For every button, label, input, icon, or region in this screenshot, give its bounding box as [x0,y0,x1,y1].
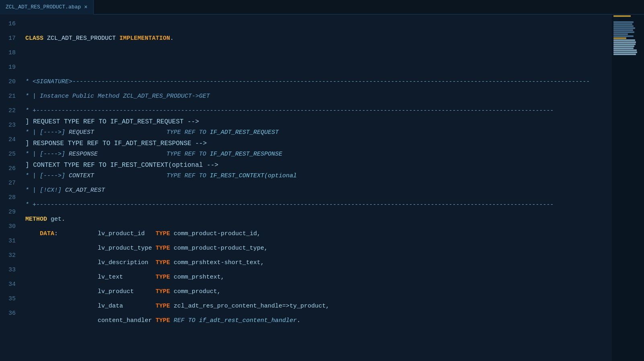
token-type-33: TYPE [156,285,174,299]
token-cx-param: CX_ADT_REST [65,183,105,198]
tab-close-icon[interactable]: × [84,4,87,10]
line-num-19: 19 [0,60,16,75]
token-type-name-34: zcl_adt_res_pro_content_handle=>ty_produ… [174,299,329,314]
line-num-25: 25 [0,147,16,162]
mini-line-13 [613,39,635,41]
token-response-comment: * | [---->] [25,147,69,162]
token-type-ref-3: TYPE REF TO [166,169,210,183]
token-plus-line-2: * +-------------------------------------… [25,198,554,212]
token-indent-31 [25,256,98,270]
token-indent-29 [25,227,40,241]
token-type-name-33: comm_product, [174,285,221,299]
token-class: CLASS [25,31,47,46]
token-method-dot: . [62,212,65,227]
line-num-16: 16 [0,17,16,31]
code-line-28: METHOD get. [25,212,612,227]
line-num-32: 32 [0,248,16,263]
token-type-name-32: comm_prshtext, [174,270,224,285]
mini-line-11 [613,35,634,37]
mini-line-6 [613,25,634,27]
code-line-31: lv_description TYPE comm_prshtext-short_… [25,256,612,270]
token-if-response: IF_ADT_REST_RESPONSE [210,147,282,162]
mini-line-18 [613,49,637,51]
token-type-name-30: comm_product-product_type, [174,241,268,256]
minimap-content [612,14,644,56]
token-if-context: IF_REST_CONTEXT(optional [210,169,297,183]
line-num-24: 24 [0,133,16,147]
mini-line-20 [613,53,636,55]
line-num-36: 36 [0,306,16,321]
code-line-16 [25,17,612,31]
mini-line-7 [613,27,635,29]
code-line-33: lv_product TYPE comm_product, [25,285,612,299]
token-request-comment: * | [---->] [25,125,69,140]
code-line-23: * | [---->] REQUEST TYPE REF TO IF_ADT_R… [25,125,612,140]
mini-line-14 [613,41,636,43]
code-line-21: * | Instance Public Method ZCL_ADT_RES_P… [25,89,612,104]
line-num-31: 31 [0,234,16,248]
line-num-33: 33 [0,263,16,277]
token-indent-33 [25,285,98,299]
token-type-ref-2: TYPE REF TO [166,147,210,162]
token-lv-description: lv_description [98,256,156,270]
mini-line-10 [613,33,628,35]
token-content-handler: content_handler [98,314,156,328]
code-line-27: * +-------------------------------------… [25,198,612,212]
code-line-24: * | [---->] RESPONSE TYPE REF TO IF_ADT_… [25,147,612,162]
token-if-request: IF_ADT_REST_REQUEST [210,125,279,140]
token-type-35: TYPE [156,314,174,328]
line-numbers: 16 17 18 19 20 21 22 23 24 25 26 27 28 2… [0,14,22,361]
line-num-29: 29 [0,205,16,219]
editor-tab[interactable]: ZCL_ADT_RES_PRODUCT.abap × [0,0,94,14]
token-lv-data: lv_data [98,299,156,314]
line-num-20: 20 [0,75,16,89]
token-type-name-31: comm_prshtext-short_text, [174,256,264,270]
line-num-17: 17 [0,31,16,46]
code-container: 16 17 18 19 20 21 22 23 24 25 26 27 28 2… [0,14,644,361]
code-line-26: * | [!CX!] CX_ADT_REST [25,183,612,198]
token-indent-30 [25,241,98,256]
token-dot: . [170,31,174,46]
token-type-30: TYPE [156,241,174,256]
token-type-31: TYPE [156,256,174,270]
token-plus-line: * +-------------------------------------… [25,104,554,118]
token-response-spaces [98,147,166,162]
mini-line-8 [613,29,633,31]
code-line-18 [25,46,612,60]
code-line-34: lv_data TYPE zcl_adt_res_pro_content_han… [25,299,612,314]
token-lv-product-type: lv_product_type [98,241,156,256]
tab-filename: ZCL_ADT_RES_PRODUCT.abap [6,4,81,10]
line-num-21: 21 [0,89,16,104]
token-instance-comment: * | Instance Public Method ZCL_ADT_RES_P… [25,89,210,104]
token-method-kw: METHOD [25,212,51,227]
code-line-20: * <SIGNATURE>---------------------------… [25,75,612,89]
line-num-23: 23 [0,118,16,133]
token-response-param: RESPONSE [69,147,98,162]
mini-line-17 [613,47,634,49]
token-if-content-handler: if_adt_rest_content_handler [199,314,297,328]
token-type-name-29: comm_product-product_id, [174,227,260,241]
token-data-kw: DATA [40,227,54,241]
token-type-29: TYPE [156,227,174,241]
token-indent-32 [25,270,98,285]
code-line-30: lv_product_type TYPE comm_product-produc… [25,241,612,256]
line-num-27: 27 [0,176,16,191]
token-method-name: get [51,212,62,227]
mini-line-16 [613,45,634,47]
code-line-22: * +-------------------------------------… [25,104,612,118]
mini-line-19 [613,51,637,53]
line-num-34: 34 [0,277,16,292]
token-classname: ZCL_ADT_RES_PRODUCT [47,31,119,46]
token-signature: * <SIGNATURE>---------------------------… [25,75,590,89]
token-request-param: REQUEST [69,125,94,140]
minimap [612,14,644,361]
token-dot-35: . [297,314,300,328]
token-ref-35: REF TO [174,314,199,328]
line-num-26: 26 [0,162,16,176]
token-context-spaces [94,169,166,183]
token-lv-product-id: lv_product_id [98,227,156,241]
token-request-spaces [94,125,166,140]
mini-line-5 [613,23,632,25]
line-num-30: 30 [0,219,16,234]
token-colon-29: : [54,227,98,241]
